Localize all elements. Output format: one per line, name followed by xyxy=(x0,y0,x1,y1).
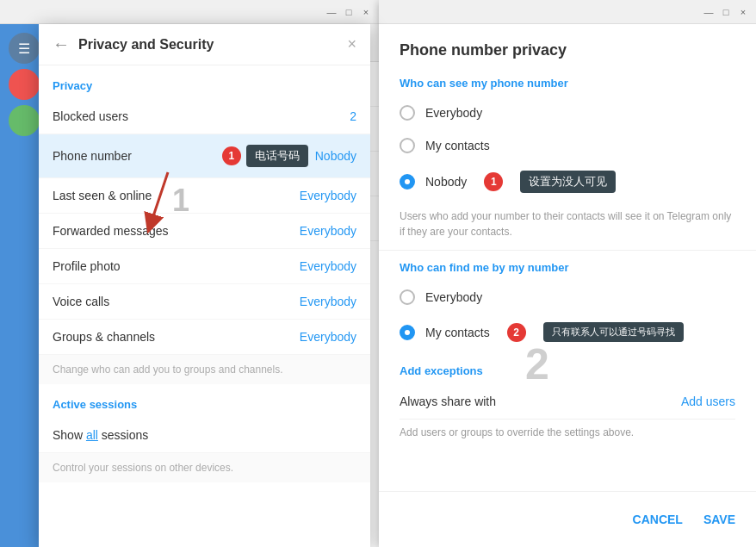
radio-label-nobody: Nobody xyxy=(425,175,467,189)
close-icon[interactable]: × xyxy=(737,6,749,18)
close-icon[interactable]: × xyxy=(360,6,372,18)
dialog-header: ← Privacy and Security × xyxy=(39,24,370,65)
radio-circle-my-contacts xyxy=(400,138,415,153)
back-button[interactable]: ← xyxy=(53,34,70,54)
modal-footer: CANCEL SAVE xyxy=(379,491,756,547)
radio-my-contacts-2[interactable]: My contacts 2 只有联系人可以通过号码寻找 xyxy=(379,314,756,351)
menu-item-label: Last seen & online xyxy=(53,189,300,202)
menu-item-forwarded-messages[interactable]: Forwarded messages Everybody xyxy=(39,214,370,249)
right-telegram-app: Chat 1:49 496 草 Chat 1:34 2 xyxy=(379,24,756,547)
save-button[interactable]: SAVE xyxy=(703,506,735,533)
sidebar-avatar-2 xyxy=(9,105,40,136)
add-exceptions-section: Add exceptions xyxy=(379,351,756,384)
profile-photo-value: Everybody xyxy=(300,259,356,273)
radio-nobody[interactable]: Nobody 1 设置为没人可见 xyxy=(379,162,756,202)
menu-item-label: Voice calls xyxy=(53,295,300,308)
radio-everybody-2[interactable]: Everybody xyxy=(379,281,756,314)
menu-item-label: Profile photo xyxy=(53,259,300,273)
maximize-icon[interactable]: □ xyxy=(720,6,732,18)
close-icon: × xyxy=(347,35,356,53)
menu-item-label: Groups & channels xyxy=(53,330,300,344)
privacy-security-dialog: ← Privacy and Security × Privacy Blocked… xyxy=(39,24,370,547)
dialog-close-button[interactable]: × xyxy=(347,35,356,53)
minimize-icon[interactable]: — xyxy=(703,6,715,18)
contacts-tooltip: 只有联系人可以通过号码寻找 xyxy=(543,322,684,342)
right-title-bar: — □ × xyxy=(379,0,756,24)
minimize-icon[interactable]: — xyxy=(325,6,338,18)
phone-number-value: Nobody xyxy=(315,149,356,163)
radio-circle-everybody xyxy=(400,105,415,121)
menu-item-profile-photo[interactable]: Profile photo Everybody xyxy=(39,249,370,284)
sessions-desc: Control your sessions on other devices. xyxy=(39,453,370,482)
menu-item-groups-channels[interactable]: Groups & channels Everybody xyxy=(39,320,370,355)
phone-privacy-modal: Phone number privacy Who can see my phon… xyxy=(379,24,756,547)
groups-channels-value: Everybody xyxy=(300,330,356,344)
add-exceptions-title: Add exceptions xyxy=(400,364,735,377)
section-who-can-see-title: Who can see my phone number xyxy=(379,66,756,96)
exception-desc: Add users or groups to override the sett… xyxy=(379,420,756,445)
blocked-users-count: 2 xyxy=(350,109,356,123)
menu-item-label: Phone number xyxy=(53,149,222,163)
maximize-icon[interactable]: □ xyxy=(343,6,355,18)
info-text: Users who add your number to their conta… xyxy=(379,202,756,251)
sidebar-menu-icon[interactable]: ☰ xyxy=(9,33,40,64)
modal-title: Phone number privacy xyxy=(379,24,756,66)
back-icon: ← xyxy=(53,34,70,54)
annotation-badge-2: 2 xyxy=(507,323,526,342)
radio-everybody[interactable]: Everybody xyxy=(379,96,756,129)
cancel-button[interactable]: CANCEL xyxy=(633,506,683,533)
forwarded-messages-value: Everybody xyxy=(300,224,356,238)
radio-circle-my-contacts-2 xyxy=(400,325,415,340)
radio-label-my-contacts-2: My contacts xyxy=(425,326,490,339)
menu-item-label: Show all sessions xyxy=(53,428,356,442)
group-desc: Change who can add you to groups and cha… xyxy=(39,355,370,384)
always-share-label: Always share with xyxy=(400,395,681,408)
menu-item-last-seen[interactable]: Last seen & online Everybody xyxy=(39,178,370,214)
radio-circle-nobody xyxy=(400,174,415,190)
phone-tooltip: 电话号码 xyxy=(246,145,308,167)
privacy-section-header: Privacy xyxy=(39,65,370,99)
annotation-badge-nobody: 1 xyxy=(484,172,503,191)
menu-item-blocked-users[interactable]: Blocked users 2 xyxy=(39,99,370,134)
voice-calls-value: Everybody xyxy=(300,295,356,308)
dialog-title: Privacy and Security xyxy=(78,37,347,53)
annotation-badge-1: 1 xyxy=(222,146,241,165)
menu-item-phone-number[interactable]: Phone number 1 电话号码 Nobody xyxy=(39,134,370,178)
section-who-can-find-title: Who can find me by my number xyxy=(379,251,756,281)
menu-item-show-all-sessions[interactable]: Show all sessions xyxy=(39,418,370,453)
menu-item-label: Forwarded messages xyxy=(53,224,300,238)
nobody-tooltip: 设置为没人可见 xyxy=(520,171,616,193)
radio-my-contacts[interactable]: My contacts xyxy=(379,129,756,162)
dialog-body: Privacy Blocked users 2 Phone number 1 电… xyxy=(39,65,370,547)
radio-label-everybody: Everybody xyxy=(425,106,482,120)
left-title-bar: — □ × xyxy=(0,0,379,24)
radio-label-everybody-2: Everybody xyxy=(425,290,482,304)
sidebar-avatar-1 xyxy=(9,69,40,100)
add-users-button[interactable]: Add users xyxy=(681,395,735,408)
menu-item-voice-calls[interactable]: Voice calls Everybody xyxy=(39,284,370,320)
right-window: — □ × Chat 1:49 496 草 xyxy=(379,0,756,547)
radio-label-my-contacts: My contacts xyxy=(425,139,490,152)
last-seen-value: Everybody xyxy=(300,189,356,202)
left-window: — □ × ☰ 🔍 Chat ... 1:49 549 xyxy=(0,0,379,547)
radio-circle-everybody-2 xyxy=(400,289,415,305)
exception-row-always-share: Always share with Add users xyxy=(400,384,735,420)
active-sessions-section-header: Active sessions xyxy=(39,384,370,418)
menu-item-label: Blocked users xyxy=(53,109,350,123)
